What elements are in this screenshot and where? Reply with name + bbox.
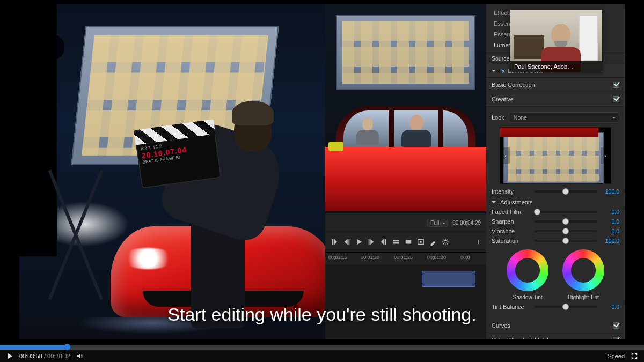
slider-label: Vibrance [492,228,530,234]
monitor-timecode: 00;00;04;29 [452,220,481,226]
section-color-wheels[interactable]: Color Wheels & Match [486,333,625,339]
adjustments-label: Adjustments [500,199,533,205]
presenter-name: Paul Saccone, Adob… [510,61,602,72]
slider-label: Intensity [492,188,530,195]
slider-value: 0.0 [601,228,619,234]
settings-button[interactable] [442,238,449,246]
ruler-tick: 00;01;20 [361,255,379,260]
ruler-tick: 00;01;30 [427,255,446,260]
play-button[interactable] [5,352,14,360]
mark-out-button[interactable] [380,238,387,246]
ruler-tick: 00;0 [460,255,470,260]
current-time: 00:03:58 [19,353,42,359]
intensity-slider[interactable]: Intensity 100.0 [492,188,619,195]
export-frame-button[interactable] [417,238,425,246]
slider-value: 100.0 [601,188,619,195]
slider-label: Saturation [492,238,530,244]
clapperboard: A 2 7 H 1 2 20.16.07.04 BRAT IS FRAME IO [134,119,222,189]
step-fwd-button[interactable] [368,238,375,246]
shadow-tint-wheel[interactable]: Shadow Tint [507,249,548,300]
film-set-shot: A 2 7 H 1 2 20.16.07.04 BRAT IS FRAME IO [19,4,325,339]
volume-button[interactable] [76,352,84,360]
sharpen-slider[interactable]: Sharpen 0.0 [492,218,619,225]
video-player-bar: 00:03:58 / 00:38:02 Speed [0,345,644,362]
slider-label: Faded Film [492,209,530,215]
tool-button[interactable] [429,238,437,246]
duration: 00:38:02 [47,353,70,359]
overwrite-button[interactable] [405,238,412,246]
ruler-tick: 00;01;15 [328,255,347,260]
mark-in-button[interactable] [331,238,338,246]
vibrance-slider[interactable]: Vibrance 0.0 [492,228,619,234]
disclosure-icon[interactable] [492,70,496,74]
section-creative[interactable]: Creative [486,92,625,107]
video-caption: Start editing while you're still shootin… [19,304,625,325]
svg-point-3 [444,240,447,243]
slider-value: 0.0 [601,209,619,215]
speed-button[interactable]: Speed [608,353,625,359]
section-checkbox[interactable] [613,96,619,102]
time-display: 00:03:58 / 00:38:02 [19,353,70,359]
svg-point-2 [420,241,422,243]
monitor-fit-dropdown[interactable]: Full [427,219,448,227]
prev-look-button[interactable]: ‹ [501,147,510,164]
wheel-label: Highlight Tint [562,294,604,300]
timeline-clip[interactable] [422,271,475,287]
fullscreen-button[interactable] [630,352,639,360]
timeline-ruler[interactable]: 00;01;15 00;01;20 00;01;25 00;01;30 00;0 [325,253,486,264]
presenter-pip: Paul Saccone, Adob… [510,10,602,72]
program-monitor [325,4,486,213]
insert-button[interactable] [392,238,400,246]
slider-value: 100.0 [601,238,619,244]
section-basic-correction[interactable]: Basic Correction [486,78,625,92]
highlight-tint-wheel[interactable]: Highlight Tint [562,249,604,300]
play-button[interactable] [355,238,363,246]
video-frame: A 2 7 H 1 2 20.16.07.04 BRAT IS FRAME IO [19,4,625,339]
look-dropdown[interactable]: None [509,112,619,123]
next-look-button[interactable]: › [601,147,610,164]
svg-rect-0 [406,240,412,244]
slider-label: Sharpen [492,218,530,225]
add-button[interactable]: + [477,238,481,246]
look-preview: ‹ › [500,127,611,184]
section-label: Creative [492,96,514,102]
ruler-tick: 00;01;25 [394,255,413,260]
disclosure-icon[interactable] [492,201,496,205]
section-checkbox[interactable] [613,337,619,339]
saturation-slider[interactable]: Saturation 100.0 [492,238,619,244]
wheel-label: Shadow Tint [507,294,548,300]
timeline-panel[interactable]: 00;01;15 00;01;20 00;01;25 00;01;30 00;0 [325,252,486,338]
look-label: Look [492,114,504,121]
transport-bar: + [325,233,486,251]
seek-bar[interactable] [0,345,644,350]
section-label: Basic Correction [492,82,535,88]
section-label: Color Wheels & Match [492,337,550,339]
faded-film-slider[interactable]: Faded Film 0.0 [492,209,619,215]
section-checkbox[interactable] [613,82,619,88]
step-back-button[interactable] [343,238,350,246]
slider-value: 0.0 [601,218,619,225]
